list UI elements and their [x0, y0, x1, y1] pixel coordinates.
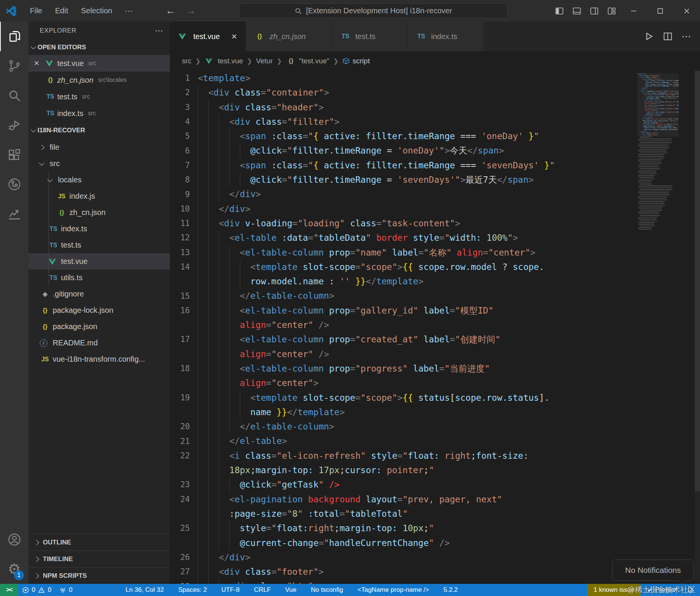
line-number[interactable]: 1: [170, 74, 198, 83]
vertical-scrollbar[interactable]: [695, 71, 700, 584]
code-line-3[interactable]: 3 <div class="header">: [170, 100, 700, 114]
code-line-10[interactable]: 10 </div>: [170, 202, 700, 216]
code-line-24[interactable]: 24 <el-pagination background layout="pre…: [170, 492, 700, 507]
code-line-wrap[interactable]: align="center" />: [170, 347, 700, 361]
activity-stats-icon[interactable]: [0, 199, 28, 229]
tree-item-index-ts[interactable]: TSindex.ts: [28, 221, 170, 237]
activity-account-icon[interactable]: [0, 525, 28, 554]
code-line-16[interactable]: 16 <el-table-column prop="gallery_id" la…: [170, 303, 700, 318]
status-vue[interactable]: Vue: [282, 584, 301, 596]
activity-explorer-icon[interactable]: [0, 22, 28, 51]
line-number[interactable]: 20: [170, 422, 198, 431]
code-line-9[interactable]: 9 </div>: [170, 187, 700, 201]
problems-status[interactable]: 0 0: [18, 584, 55, 596]
code-line-wrap[interactable]: row.model.name : '' }}</template>: [170, 274, 700, 289]
command-center-search[interactable]: [Extension Development Host] i18n-recove…: [239, 3, 508, 18]
section-timeline[interactable]: TIMELINE: [28, 551, 170, 567]
line-number[interactable]: 26: [170, 553, 198, 562]
code-line-17[interactable]: 17 <el-table-column prop="created_at" la…: [170, 332, 700, 347]
tab-test-vue[interactable]: test.vue✕: [170, 22, 246, 51]
line-number[interactable]: 8: [170, 175, 198, 184]
section-npm-scripts[interactable]: NPM SCRIPTS: [28, 567, 170, 584]
line-number[interactable]: 17: [170, 335, 198, 344]
code-line-wrap[interactable]: @current-change="handleCurrentChange" />: [170, 536, 700, 550]
tree-item-zh-cn-json[interactable]: {}zh_cn.json: [28, 204, 170, 221]
code-line-11[interactable]: 11 <div v-loading="loading" class="task-…: [170, 216, 700, 231]
open-editor-index-ts[interactable]: ✕TSindex.tssrc: [28, 105, 170, 122]
line-number[interactable]: 14: [170, 262, 198, 271]
breadcrumb-test-vue[interactable]: test.vue: [205, 57, 243, 65]
tree-item-utils-ts[interactable]: TSutils.ts: [28, 270, 170, 286]
line-number[interactable]: 23: [170, 480, 198, 489]
open-editors-section[interactable]: OPEN EDITORS: [28, 40, 170, 55]
line-number[interactable]: 27: [170, 567, 198, 576]
status-crlf[interactable]: CRLF: [250, 584, 274, 596]
line-number[interactable]: 19: [170, 393, 198, 402]
line-number[interactable]: 2: [170, 88, 198, 97]
line-number[interactable]: 3: [170, 103, 198, 112]
minimize-icon[interactable]: [620, 0, 647, 22]
code-line-12[interactable]: 12 <el-table :data="tableData" border st…: [170, 231, 700, 245]
tree-item-package-json[interactable]: {}package.json: [28, 318, 170, 335]
close-editor-icon[interactable]: ✕: [34, 59, 45, 67]
line-number[interactable]: 6: [170, 146, 198, 155]
line-number[interactable]: 12: [170, 233, 198, 242]
line-number[interactable]: 15: [170, 292, 198, 301]
code-line-wrap[interactable]: align="center">: [170, 376, 700, 390]
line-number[interactable]: 11: [170, 219, 198, 228]
activity-extensions-icon[interactable]: [0, 140, 28, 169]
minimap[interactable]: <template> <div class="container"> <div …: [637, 73, 679, 231]
tree-item-src[interactable]: src: [28, 155, 170, 172]
project-section[interactable]: I18N-RECOVER: [28, 122, 170, 139]
code-line-23[interactable]: 23 @click="getTask" />: [170, 477, 700, 492]
code-line-4[interactable]: 4 <div class="fillter">: [170, 114, 700, 129]
code-line-8[interactable]: 8 @click="fillter.timeRange = 'sevenDays…: [170, 173, 700, 187]
split-editor-icon[interactable]: [660, 28, 676, 44]
code-line-19[interactable]: 19 <template slot-scope="scope">{{ statu…: [170, 391, 700, 405]
status-ln-36-col-32[interactable]: Ln 36, Col 32: [122, 584, 168, 596]
tree-item-package-lock-json[interactable]: {}package-lock.json: [28, 302, 170, 318]
activity-gitlens-icon[interactable]: [0, 169, 28, 199]
code-line-20[interactable]: 20 </el-table-column>: [170, 419, 700, 434]
code-line-25[interactable]: 25 style="float:right;margin-top: 10px;": [170, 521, 700, 535]
menu-item-selection[interactable]: Selection: [75, 6, 119, 15]
activity-settings-gear-icon[interactable]: ⚙1: [0, 554, 28, 584]
activity-source-control-icon[interactable]: [0, 51, 28, 81]
section-outline[interactable]: OUTLINE: [28, 534, 170, 551]
ports-status[interactable]: 0: [55, 584, 76, 596]
breadcrumb-src[interactable]: src: [182, 57, 191, 65]
menu-item-file[interactable]: File: [23, 6, 49, 15]
line-number[interactable]: 18: [170, 364, 198, 373]
code-line-1[interactable]: 1<template>: [170, 71, 700, 85]
tree-item-test-ts[interactable]: TStest.ts: [28, 237, 170, 253]
breadcrumb-test-vue[interactable]: {}"test.vue": [286, 57, 329, 65]
code-line-wrap[interactable]: align="center" />: [170, 318, 700, 332]
line-number[interactable]: 4: [170, 117, 198, 126]
status-tagname-prop-name[interactable]: <TagName prop-name />: [354, 584, 433, 596]
code-line-6[interactable]: 6 @click="fillter.timeRange = 'oneDay'">…: [170, 143, 700, 158]
line-number[interactable]: 24: [170, 495, 198, 504]
toggle-secondary-sidebar-icon[interactable]: [586, 0, 603, 22]
tree-item-vue-i18n-transform-config[interactable]: JSvue-i18n-transform.config...: [28, 351, 170, 367]
code-line-5[interactable]: 5 <span :class="{ active: fillter.timeRa…: [170, 129, 700, 143]
toggle-panel-icon[interactable]: [568, 0, 586, 22]
tab-zh-cn-json[interactable]: {}zh_cn.json✕: [246, 22, 332, 51]
code-line-wrap[interactable]: 18px;margin-top: 17px;cursor: pointer;": [170, 463, 700, 477]
code-line-22[interactable]: 22 <i class="el-icon-refresh" style="flo…: [170, 449, 700, 463]
activity-run-and-debug-icon[interactable]: [0, 110, 28, 140]
line-number[interactable]: 16: [170, 306, 198, 315]
close-icon[interactable]: [673, 0, 700, 22]
notification-toast[interactable]: No Notifications: [612, 560, 694, 581]
activity-search-icon[interactable]: [0, 81, 28, 110]
tree-item-locales[interactable]: locales: [28, 172, 170, 188]
code-line-15[interactable]: 15 </el-table-column>: [170, 289, 700, 303]
close-tab-icon[interactable]: ✕: [231, 32, 237, 41]
customize-layout-icon[interactable]: [603, 0, 620, 22]
forward-arrow-icon[interactable]: →: [186, 5, 196, 17]
status-5-2-2[interactable]: 5.2.2: [440, 584, 462, 596]
code-line-21[interactable]: 21 </el-table>: [170, 434, 700, 448]
remote-indicator[interactable]: ><: [0, 584, 18, 596]
open-editor-test-vue[interactable]: ✕test.vuesrc: [28, 55, 170, 72]
line-number[interactable]: 13: [170, 248, 198, 257]
run-button[interactable]: [641, 28, 657, 44]
